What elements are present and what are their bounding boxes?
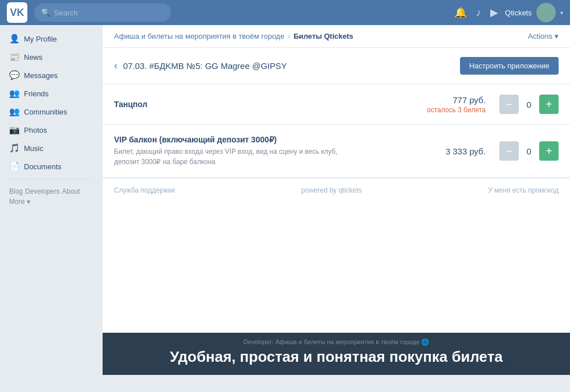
ticket-row: Танцпол 777 руб. осталось 3 билета − 0 + [103, 84, 570, 125]
sidebar-item-photos[interactable]: 📷 Photos [0, 121, 103, 139]
ticket-info: Танцпол [114, 100, 427, 109]
about-link[interactable]: About [62, 187, 80, 195]
sidebar-item-music[interactable]: 🎵 Music [0, 139, 103, 157]
sidebar-item-label: Documents [24, 162, 62, 171]
app-frame: ‹ 07.03. #БДKMB №5: GG Magree @GIPSY Нас… [103, 48, 570, 333]
news-icon: 📰 [9, 52, 19, 62]
actions-button[interactable]: Actions ▾ [528, 32, 559, 40]
photos-icon: 📷 [9, 125, 19, 135]
sidebar-item-documents[interactable]: 📄 Documents [0, 157, 103, 175]
vk-logo[interactable]: VK [7, 2, 27, 23]
app-footer: Служба поддержки powered by qtickets У м… [103, 178, 570, 202]
sidebar-item-label: Friends [24, 89, 48, 98]
sidebar-divider [9, 179, 93, 179]
topbar: VK 🔍 🔔 ♪ ▶ Qtickets ▾ [0, 0, 570, 25]
documents-icon: 📄 [9, 161, 19, 172]
event-header: ‹ 07.03. #БДKMB №5: GG Magree @GIPSY Нас… [103, 48, 570, 84]
support-link[interactable]: Служба поддержки [114, 186, 175, 194]
banner-sub: Developer: Афиша и билеты на мероприятия… [114, 338, 559, 346]
avatar[interactable] [536, 3, 556, 22]
ticket-price-area: 3 333 руб. [446, 146, 486, 156]
configure-app-button[interactable]: Настроить приложение [460, 57, 559, 75]
messages-icon: 💬 [9, 70, 19, 80]
breadcrumb-parent[interactable]: Афиша и билеты на мероприятия в твоём го… [114, 32, 284, 40]
breadcrumb-current: Билеты Qtickets [294, 32, 353, 40]
banner-title: Удобная, простая и понятная покупка биле… [114, 348, 559, 366]
breadcrumb-bar: Афиша и билеты на мероприятия в твоём го… [103, 25, 570, 48]
ticket-name: VIP балкон (включающий депозит 3000₽) [114, 135, 446, 144]
sidebar-item-messages[interactable]: 💬 Messages [0, 66, 103, 84]
qty-value: 0 [523, 146, 535, 156]
chevron-down-icon: ▾ [555, 32, 559, 40]
qty-control: − 0 + [499, 141, 559, 161]
more-link[interactable]: More ▾ [9, 198, 30, 206]
qty-plus-button[interactable]: + [539, 95, 559, 114]
ticket-desc: Билет, дающий право входа через VIP вход… [114, 146, 446, 167]
search-input[interactable] [54, 9, 164, 17]
username-label: Qtickets [505, 9, 532, 17]
layout: 👤 My Profile 📰 News 💬 Messages 👥 Friends… [0, 25, 570, 392]
ticket-remaining: осталось 3 билета [427, 106, 486, 114]
search-bar[interactable]: 🔍 [34, 3, 171, 22]
main-content: Афиша и билеты на мероприятия в твоём го… [103, 25, 570, 392]
sidebar-item-friends[interactable]: 👥 Friends [0, 84, 103, 103]
search-icon: 🔍 [41, 8, 51, 17]
developers-link[interactable]: Developers [25, 187, 60, 195]
topbar-icons: 🔔 ♪ ▶ [454, 6, 498, 19]
ticket-price-area: 777 руб. осталось 3 билета [427, 95, 486, 114]
video-icon[interactable]: ▶ [490, 6, 498, 19]
event-title: 07.03. #БДKMB №5: GG Magree @GIPSY [123, 61, 287, 71]
breadcrumb: Афиша и билеты на мероприятия в твоём го… [114, 32, 353, 40]
sidebar-footer: Blog Developers About More ▾ [0, 183, 103, 210]
communities-icon: 👥 [9, 107, 19, 117]
sidebar-item-communities[interactable]: 👥 Communities [0, 103, 103, 121]
back-arrow[interactable]: ‹ [114, 60, 117, 72]
ticket-price: 777 руб. [427, 95, 486, 105]
sidebar-item-news[interactable]: 📰 News [0, 48, 103, 66]
sidebar-item-label: Photos [24, 126, 47, 134]
qty-minus-button[interactable]: − [499, 95, 519, 114]
bottom-banner: Developer: Афиша и билеты на мероприятия… [103, 333, 570, 375]
qty-plus-button[interactable]: + [539, 141, 559, 161]
sidebar-item-label: Communities [24, 108, 67, 116]
sidebar-item-label: News [24, 53, 43, 62]
ticket-row: VIP балкон (включающий депозит 3000₽) Би… [103, 125, 570, 178]
friends-icon: 👥 [9, 88, 19, 99]
sidebar-item-label: Messages [24, 71, 58, 80]
qty-value: 0 [523, 100, 535, 109]
sidebar: 👤 My Profile 📰 News 💬 Messages 👥 Friends… [0, 25, 103, 392]
sidebar-item-label: Music [24, 144, 43, 153]
profile-icon: 👤 [9, 34, 19, 44]
blog-link[interactable]: Blog [9, 187, 23, 195]
ticket-name: Танцпол [114, 100, 427, 109]
breadcrumb-separator: › [288, 32, 290, 40]
qty-minus-button[interactable]: − [499, 141, 519, 161]
topbar-user[interactable]: Qtickets ▾ [505, 3, 563, 22]
ticket-info: VIP балкон (включающий депозит 3000₽) Би… [114, 135, 446, 167]
qty-control: − 0 + [499, 95, 559, 114]
sidebar-item-label: My Profile [24, 35, 57, 43]
promo-link[interactable]: У меня есть промокод [488, 186, 559, 194]
sidebar-item-my-profile[interactable]: 👤 My Profile [0, 30, 103, 48]
ticket-price: 3 333 руб. [446, 146, 486, 156]
powered-by: powered by qtickets [302, 186, 362, 194]
music-icon: 🎵 [9, 143, 19, 153]
actions-label: Actions [528, 32, 552, 40]
bell-icon[interactable]: 🔔 [454, 6, 467, 19]
music-icon[interactable]: ♪ [476, 7, 481, 19]
chevron-down-icon: ▾ [560, 10, 563, 16]
